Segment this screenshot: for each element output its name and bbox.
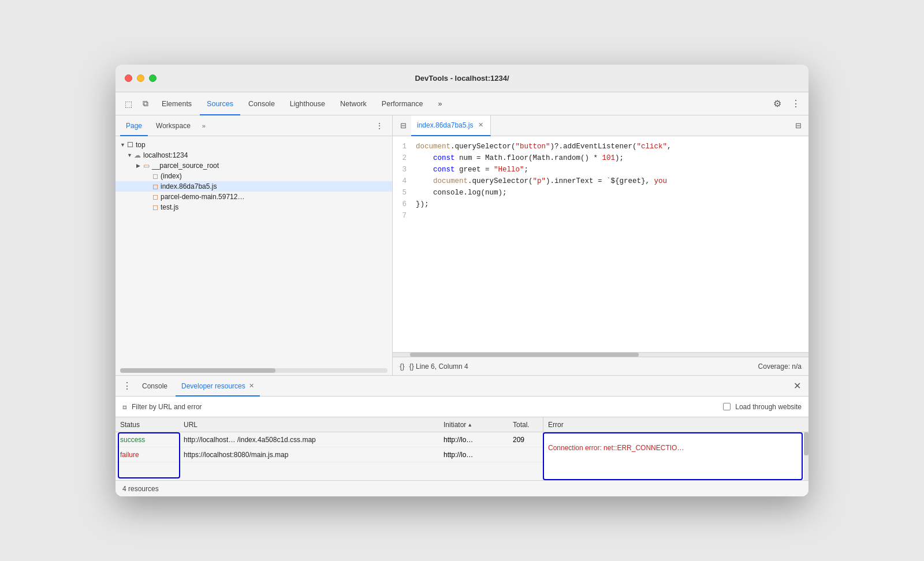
editor-tab-close-icon[interactable]: ✕ xyxy=(476,121,485,129)
format-icon[interactable]: {} xyxy=(400,362,405,371)
load-through-website-checkbox[interactable] xyxy=(723,403,731,410)
sidebar-scrollbar[interactable] xyxy=(120,368,388,373)
folder-icon: ☐ xyxy=(127,141,133,149)
error-panel-scrollbar[interactable] xyxy=(804,432,808,480)
code-line-1: 1 document.querySelector("button")?.addE… xyxy=(393,141,808,152)
code-scrollbar-thumb xyxy=(410,353,639,357)
editor-tab-index-js[interactable]: index.86da7ba5.js ✕ xyxy=(411,115,491,136)
bottom-panel-close-icon[interactable]: ✕ xyxy=(790,379,804,393)
folder-orange-icon: ▭ xyxy=(143,162,150,170)
sidebar-scrollbar-thumb xyxy=(120,368,275,373)
tab-bar-right: ⚙ ⋮ xyxy=(769,96,804,112)
sidebar-menu-icon[interactable]: ⋮ xyxy=(371,118,388,134)
file-orange-icon-parcel-demo: ◻ xyxy=(152,193,158,201)
tree-item-index[interactable]: ◻ (index) xyxy=(116,171,392,181)
tree-item-top[interactable]: ▼ ☐ top xyxy=(116,140,392,150)
bottom-panel-menu-icon[interactable]: ⋮ xyxy=(120,379,134,393)
error-row-1 xyxy=(548,437,804,442)
resources-table[interactable]: Status URL Initiator ▲ Total. success xyxy=(116,417,543,480)
tree-label-parcel-demo: parcel-demo-main.59712… xyxy=(161,193,244,201)
title-bar: DevTools - localhost:1234/ xyxy=(116,65,808,92)
row-status-success: success xyxy=(116,436,179,444)
error-panel-scrollbar-thumb xyxy=(804,432,808,455)
tree-arrow-top: ▼ xyxy=(120,142,127,148)
settings-icon[interactable]: ⚙ xyxy=(769,96,785,112)
sidebar-tab-page[interactable]: Page xyxy=(120,115,148,136)
code-scrollbar[interactable] xyxy=(393,352,808,357)
error-panel-body: Connection error: net::ERR_CONNECTIO… xyxy=(543,432,808,480)
editor-tab-label: index.86da7ba5.js xyxy=(417,121,473,129)
editor-area: ⊟ index.86da7ba5.js ✕ ⊟ 1 document.query… xyxy=(393,115,808,375)
filter-right: Load through website xyxy=(723,403,802,411)
row-total-1: 209 xyxy=(508,436,543,444)
status-bar-right: Coverage: n/a xyxy=(758,362,802,371)
main-content: Page Workspace » ⋮ ▼ ☐ top xyxy=(116,115,808,375)
col-header-status[interactable]: Status xyxy=(116,421,179,429)
inspect-icon[interactable]: ⬚ xyxy=(120,96,136,112)
tab-elements[interactable]: Elements xyxy=(155,92,199,115)
sidebar-tab-workspace[interactable]: Workspace xyxy=(150,115,196,136)
filter-label: Filter by URL and error xyxy=(132,403,202,411)
maximize-button[interactable] xyxy=(149,74,157,82)
bottom-tab-console[interactable]: Console xyxy=(136,376,173,397)
row-initiator-1: http://lo… xyxy=(439,436,508,444)
tree-item-test-js[interactable]: ◻ test.js xyxy=(116,202,392,212)
editor-collapse-left-icon[interactable]: ⊟ xyxy=(396,119,410,133)
editor-tabs: ⊟ index.86da7ba5.js ✕ ⊟ xyxy=(393,115,808,136)
tree-item-parcel-root[interactable]: ▶ ▭ __parcel_source_root xyxy=(116,160,392,171)
file-orange-icon-index-js: ◻ xyxy=(152,182,158,190)
bottom-tab-close-icon[interactable]: ✕ xyxy=(249,382,254,390)
bottom-panel-tabs: ⋮ Console Developer resources ✕ ✕ xyxy=(116,376,808,397)
tab-lighthouse[interactable]: Lighthouse xyxy=(283,92,332,115)
cloud-icon: ☁ xyxy=(134,151,141,159)
more-options-icon[interactable]: ⋮ xyxy=(788,96,804,112)
resources-area: Status URL Initiator ▲ Total. success xyxy=(116,417,808,480)
resources-count: 4 resources xyxy=(122,485,159,493)
sort-arrow-icon: ▲ xyxy=(467,422,472,428)
traffic-lights xyxy=(125,74,157,82)
table-row[interactable]: failure https://localhost:8080/main.js.m… xyxy=(116,447,543,462)
minimize-button[interactable] xyxy=(137,74,144,82)
tree-item-index-js[interactable]: ◻ index.86da7ba5.js xyxy=(116,181,392,192)
bottom-tab-developer-resources[interactable]: Developer resources ✕ xyxy=(176,376,260,397)
devtools-window: DevTools - localhost:1234/ ⬚ ⧉ Elements … xyxy=(116,65,808,496)
tree-arrow-localhost: ▼ xyxy=(127,152,134,158)
tab-more[interactable]: » xyxy=(431,92,449,115)
code-line-6: 6 }); xyxy=(393,199,808,210)
tree-label-parcel-root: __parcel_source_root xyxy=(152,162,219,170)
editor-status-bar: {} {} Line 6, Column 4 Coverage: n/a xyxy=(393,357,808,375)
table-header: Status URL Initiator ▲ Total. xyxy=(116,417,543,432)
tree-label-localhost: localhost:1234 xyxy=(143,151,188,159)
row-url-2: https://localhost:8080/main.js.map xyxy=(179,451,439,459)
code-editor[interactable]: 1 document.querySelector("button")?.addE… xyxy=(393,136,808,352)
tab-console[interactable]: Console xyxy=(241,92,282,115)
table-row[interactable]: success http://localhost… /index.4a508c1… xyxy=(116,432,543,447)
tree-item-parcel-demo[interactable]: ◻ parcel-demo-main.59712… xyxy=(116,192,392,202)
tab-sources[interactable]: Sources xyxy=(200,92,240,115)
error-panel: Error Connection error: net::ERR_CONNECT… xyxy=(543,417,808,480)
editor-collapse-right-icon[interactable]: ⊟ xyxy=(791,119,805,133)
file-orange-icon-test-js: ◻ xyxy=(152,203,158,211)
tab-network[interactable]: Network xyxy=(333,92,374,115)
sidebar-tab-more[interactable]: » xyxy=(199,122,209,129)
col-header-initiator[interactable]: Initiator ▲ xyxy=(439,421,508,429)
tree-item-localhost[interactable]: ▼ ☁ localhost:1234 xyxy=(116,150,392,160)
col-header-url[interactable]: URL xyxy=(179,421,439,429)
row-initiator-2: http://lo… xyxy=(439,451,508,459)
col-header-total[interactable]: Total. xyxy=(508,421,543,429)
status-bar-left: {} {} Line 6, Column 4 xyxy=(400,362,468,371)
status-position: {} Line 6, Column 4 xyxy=(409,362,468,371)
sidebar-tab-bar: Page Workspace » ⋮ xyxy=(116,115,392,136)
tab-performance[interactable]: Performance xyxy=(375,92,430,115)
row-status-failure: failure xyxy=(116,451,179,459)
code-line-4: 4 document.querySelector("p").innerText … xyxy=(393,175,808,187)
close-button[interactable] xyxy=(125,74,132,82)
tree-label-index: (index) xyxy=(161,172,182,180)
code-line-7: 7 xyxy=(393,210,808,222)
error-row-2: Connection error: net::ERR_CONNECTIO… xyxy=(548,442,804,454)
tree-arrow-parcel-root: ▶ xyxy=(136,163,143,169)
code-line-3: 3 const greet = "Hello"; xyxy=(393,164,808,175)
device-icon[interactable]: ⧉ xyxy=(137,96,154,112)
filter-bar: ⧈ Filter by URL and error Load through w… xyxy=(116,397,808,417)
sidebar: Page Workspace » ⋮ ▼ ☐ top xyxy=(116,115,393,375)
